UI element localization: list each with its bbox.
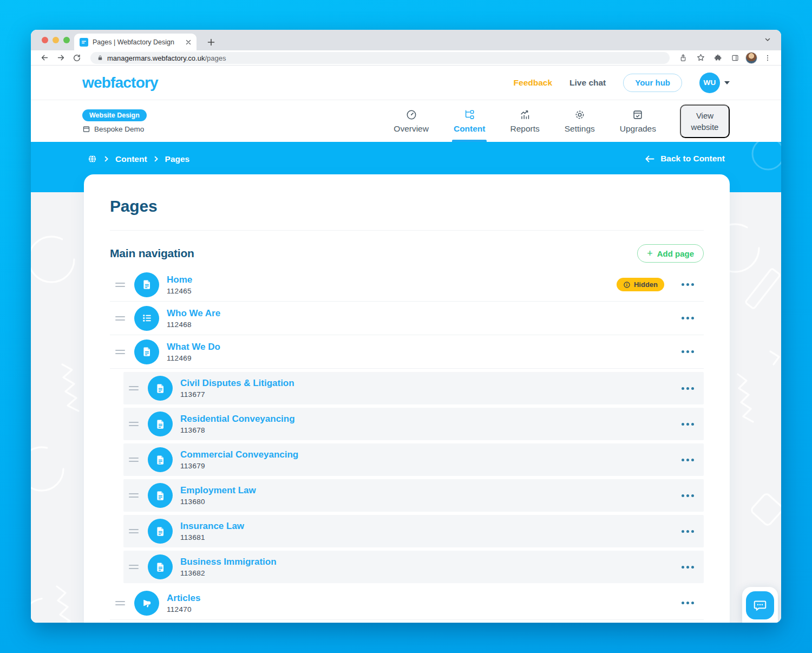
row-menu-button[interactable]	[679, 563, 696, 572]
drag-handle[interactable]	[115, 601, 125, 605]
row-menu-button[interactable]	[679, 455, 696, 465]
drag-handle[interactable]	[129, 565, 139, 569]
drag-handle[interactable]	[129, 493, 139, 498]
document-icon	[148, 483, 173, 508]
page-id: 113677	[180, 390, 294, 399]
nav-label: Reports	[510, 124, 539, 134]
nav-label: Content	[454, 124, 486, 134]
url-host: managermars.webfactory.co.uk	[107, 54, 205, 62]
desktop-background: Pages | Webfactory Design	[0, 0, 812, 653]
page-row: Employment Law113680	[123, 479, 704, 512]
share-icon[interactable]	[676, 51, 690, 64]
bookmark-star-icon[interactable]	[693, 51, 708, 64]
breadcrumb-content[interactable]: Content	[115, 154, 147, 164]
row-menu-button[interactable]	[679, 598, 696, 608]
page-link[interactable]: Who We Are	[167, 308, 220, 319]
row-menu-button[interactable]	[679, 527, 696, 536]
document-icon	[134, 339, 159, 364]
drag-handle[interactable]	[115, 316, 125, 321]
page-link[interactable]: Business Immigration	[180, 557, 277, 567]
maximize-window-button[interactable]	[63, 37, 70, 43]
page-row: Home112465Hidden	[110, 268, 704, 302]
row-menu-button[interactable]	[679, 384, 696, 393]
feedback-link[interactable]: Feedback	[514, 78, 553, 88]
tab-search-chevron-icon[interactable]	[764, 36, 771, 43]
row-menu-button[interactable]	[679, 347, 696, 356]
page-link[interactable]: Civil Disputes & Litigation	[180, 378, 294, 389]
page-link[interactable]: Employment Law	[180, 485, 256, 496]
page-id: 112465	[167, 287, 192, 295]
chat-launcher[interactable]	[742, 587, 778, 623]
page-link[interactable]: Commercial Conveyancing	[180, 449, 298, 460]
drag-handle[interactable]	[115, 283, 125, 287]
extensions-puzzle-icon[interactable]	[711, 51, 725, 64]
row-menu-button[interactable]	[679, 491, 696, 500]
breadcrumb: Content Pages	[87, 154, 189, 164]
add-page-button[interactable]: + Add page	[637, 244, 704, 263]
sidebar-icon[interactable]	[728, 51, 742, 64]
nav-label: Settings	[565, 124, 595, 134]
section-title: Main navigation	[110, 247, 194, 260]
megaphone-icon	[134, 591, 159, 616]
drag-handle[interactable]	[129, 458, 139, 462]
page-link[interactable]: Articles	[167, 593, 200, 604]
reload-icon[interactable]	[70, 51, 84, 64]
back-icon[interactable]	[37, 51, 51, 64]
document-icon	[134, 272, 159, 297]
profile-avatar[interactable]	[745, 52, 757, 64]
pages-list: Home112465HiddenWho We Are112468What We …	[110, 268, 704, 620]
webfactory-favicon-icon	[80, 38, 88, 47]
page-id: 112469	[167, 354, 220, 362]
row-menu-button[interactable]	[679, 420, 696, 429]
chart-icon	[519, 109, 531, 121]
page-link[interactable]: What We Do	[167, 342, 220, 352]
tab-overview[interactable]: Overview	[385, 100, 437, 142]
live-chat-link[interactable]: Live chat	[569, 78, 606, 88]
list-icon	[134, 306, 159, 331]
back-to-content-link[interactable]: Back to Content	[645, 154, 725, 164]
browser-window: Pages | Webfactory Design	[31, 30, 781, 623]
plus-icon: +	[647, 249, 653, 258]
browser-toolbar: managermars.webfactory.co.uk/pages	[31, 50, 781, 66]
your-hub-button[interactable]: Your hub	[623, 74, 682, 92]
tab-content[interactable]: Content	[445, 100, 494, 142]
user-avatar[interactable]: WU	[699, 73, 720, 93]
page-row: What We Do112469	[110, 335, 704, 369]
new-tab-button[interactable]	[204, 35, 218, 49]
site-name-row: Bespoke Demo	[82, 125, 147, 133]
tab-upgrades[interactable]: Upgrades	[611, 100, 665, 142]
tab-close-icon[interactable]	[186, 40, 191, 45]
view-website-button[interactable]: View website	[680, 105, 730, 138]
page-id: 113681	[180, 533, 244, 541]
page-link[interactable]: Insurance Law	[180, 521, 244, 532]
kebab-menu-icon[interactable]	[761, 51, 775, 64]
gear-icon	[574, 109, 586, 121]
browser-tab[interactable]: Pages | Webfactory Design	[74, 34, 197, 50]
page-link[interactable]: Residential Conveyancing	[180, 414, 295, 425]
row-menu-button[interactable]	[679, 280, 696, 289]
document-icon	[148, 412, 173, 436]
close-window-button[interactable]	[42, 37, 48, 43]
site-name: Bespoke Demo	[94, 125, 144, 133]
webfactory-logo[interactable]: webfactory	[82, 74, 158, 92]
site-root-icon[interactable]	[87, 154, 97, 164]
nav-label: Upgrades	[620, 124, 656, 134]
nav-label: Overview	[394, 124, 429, 134]
drag-handle[interactable]	[129, 422, 139, 426]
drag-handle[interactable]	[129, 529, 139, 533]
document-icon	[148, 376, 173, 401]
page-link[interactable]: Home	[167, 275, 192, 285]
browser-tab-strip: Pages | Webfactory Design	[31, 30, 781, 50]
sitemap-icon	[463, 109, 475, 121]
url-bar[interactable]: managermars.webfactory.co.uk/pages	[90, 52, 670, 64]
drag-handle[interactable]	[115, 350, 125, 354]
page-id: 113678	[180, 426, 295, 434]
page-row: Commercial Conveyancing113679	[123, 443, 704, 476]
row-menu-button[interactable]	[679, 314, 696, 323]
tab-settings[interactable]: Settings	[556, 100, 604, 142]
minimize-window-button[interactable]	[53, 37, 59, 43]
forward-icon[interactable]	[54, 51, 68, 64]
account-menu[interactable]: WU	[699, 73, 730, 93]
tab-reports[interactable]: Reports	[501, 100, 548, 142]
drag-handle[interactable]	[129, 386, 139, 390]
